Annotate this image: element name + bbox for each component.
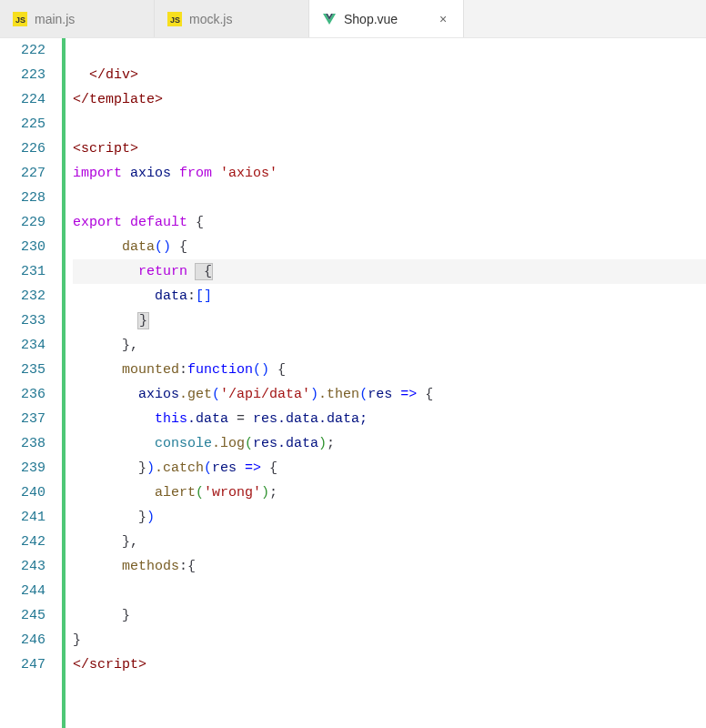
line-number: 233 (0, 308, 45, 333)
code-line: axios.get('/api/data').then(res => { (73, 382, 706, 407)
code-line: data() { (73, 235, 706, 259)
line-number: 240 (0, 480, 45, 505)
line-number: 231 (0, 259, 45, 284)
tab-main-js[interactable]: JS main.js (0, 0, 155, 37)
tab-label: main.js (35, 12, 75, 26)
code-line: </script> (73, 652, 706, 677)
code-line: }, (73, 530, 706, 554)
line-number: 235 (0, 358, 45, 382)
code-line: console.log(res.data); (73, 431, 706, 456)
vue-icon (322, 12, 337, 26)
code-area[interactable]: </div> </template> <script> import axios… (66, 38, 706, 728)
code-line: </template> (73, 87, 706, 112)
code-line: }, (73, 333, 706, 358)
code-line (73, 579, 706, 603)
code-line: mounted:function() { (73, 358, 706, 382)
line-number: 227 (0, 161, 45, 186)
code-line: <script> (73, 136, 706, 161)
code-line: import axios from 'axios' (73, 161, 706, 186)
line-number: 224 (0, 87, 45, 112)
line-number: 222 (0, 38, 45, 63)
line-number: 242 (0, 530, 45, 554)
line-number: 225 (0, 112, 45, 136)
code-line: methods:{ (73, 554, 706, 579)
code-editor[interactable]: 2222232242252262272282292302312322332342… (0, 38, 706, 728)
line-number: 241 (0, 505, 45, 530)
code-line: export default { (73, 210, 706, 235)
line-number: 247 (0, 652, 45, 677)
line-number: 226 (0, 136, 45, 161)
line-number: 229 (0, 210, 45, 235)
line-number: 238 (0, 431, 45, 456)
tab-label: Shop.vue (344, 12, 398, 26)
code-line: }) (73, 505, 706, 530)
line-number: 244 (0, 579, 45, 603)
line-number: 223 (0, 63, 45, 87)
code-line (73, 112, 706, 136)
js-icon: JS (167, 12, 182, 26)
js-icon: JS (13, 12, 27, 26)
line-number: 234 (0, 333, 45, 358)
tab-mock-js[interactable]: JS mock.js (155, 0, 309, 37)
tab-shop-vue[interactable]: Shop.vue × (309, 0, 464, 37)
close-icon[interactable]: × (436, 12, 450, 26)
line-number: 232 (0, 284, 45, 308)
line-number: 230 (0, 235, 45, 259)
code-line: }).catch(res => { (73, 456, 706, 480)
code-line (73, 38, 706, 63)
tab-label: mock.js (189, 12, 232, 26)
line-number: 237 (0, 407, 45, 431)
code-line: } (73, 628, 706, 652)
code-line-current: return { (73, 259, 706, 284)
svg-text:JS: JS (15, 15, 25, 25)
line-number: 245 (0, 603, 45, 628)
code-line: this.data = res.data.data; (73, 407, 706, 431)
code-line: alert('wrong'); (73, 480, 706, 505)
code-line: } (73, 603, 706, 628)
code-line (73, 186, 706, 210)
line-number: 243 (0, 554, 45, 579)
svg-text:JS: JS (170, 15, 180, 25)
line-number: 228 (0, 186, 45, 210)
line-number: 239 (0, 456, 45, 480)
tab-bar: JS main.js JS mock.js Shop.vue × (0, 0, 706, 38)
line-number-gutter: 2222232242252262272282292302312322332342… (0, 38, 66, 728)
line-number: 236 (0, 382, 45, 407)
line-number: 246 (0, 628, 45, 652)
code-line: data:[] (73, 284, 706, 308)
code-line: } (73, 308, 706, 333)
code-line: </div> (73, 63, 706, 87)
